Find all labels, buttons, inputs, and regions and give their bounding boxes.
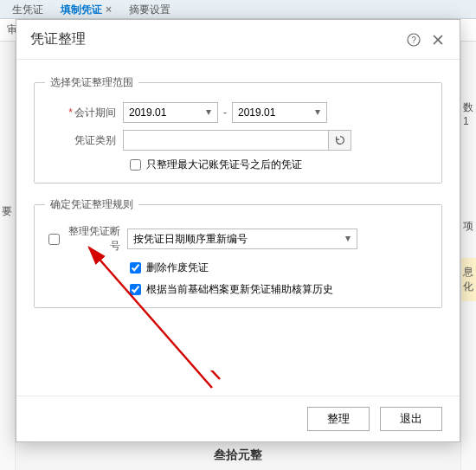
help-icon[interactable]: ? <box>406 32 421 48</box>
period-from-select[interactable]: 2019.01 <box>123 102 218 123</box>
update-aux-label: 根据当前基础档案更新凭证辅助核算历史 <box>146 282 333 297</box>
delete-void-label: 删除作废凭证 <box>146 261 209 275</box>
svg-text:?: ? <box>411 35 416 45</box>
organize-break-checkbox[interactable] <box>48 234 60 245</box>
background-total: 叁拾元整 <box>0 447 476 463</box>
organize-button[interactable]: 整理 <box>307 407 370 431</box>
period-dash: - <box>223 106 227 119</box>
renumber-rule-select[interactable]: 按凭证日期顺序重新编号 <box>127 229 357 249</box>
background-left: 要 <box>0 42 16 470</box>
period-label: *会计期间 <box>45 106 123 120</box>
dialog-body: 选择凭证整理范围 *会计期间 2019.01 - 2019.01 凭证类别 只整… <box>16 60 460 338</box>
rule-legend: 确定凭证整理规则 <box>45 197 138 212</box>
type-label: 凭证类别 <box>45 133 123 148</box>
break-label: 整理凭证断号 <box>67 224 127 254</box>
only-after-max-checkbox[interactable] <box>130 159 141 171</box>
update-aux-checkbox[interactable] <box>130 284 141 295</box>
tab-summary[interactable]: 摘要设置 <box>120 0 179 18</box>
background-tabs: 生凭证 填制凭证× 摘要设置 <box>0 0 476 19</box>
rule-group: 确定凭证整理规则 整理凭证断号 按凭证日期顺序重新编号 删除作废凭证 根据当前基… <box>34 197 442 308</box>
tab-fill[interactable]: 填制凭证× <box>52 0 120 18</box>
background-right: 数 1 项 息化 <box>460 42 476 470</box>
period-to-select[interactable]: 2019.01 <box>232 102 327 123</box>
exit-button[interactable]: 退出 <box>380 407 442 431</box>
delete-void-checkbox[interactable] <box>130 262 141 274</box>
dialog-footer: 整理 退出 <box>16 396 460 441</box>
dialog-header: 凭证整理 ? <box>16 20 460 60</box>
dialog-title: 凭证整理 <box>30 30 397 48</box>
scope-group: 选择凭证整理范围 *会计期间 2019.01 - 2019.01 凭证类别 只整… <box>34 75 442 183</box>
voucher-type-input[interactable] <box>123 130 329 151</box>
close-icon[interactable] <box>430 32 446 48</box>
refresh-button[interactable] <box>329 130 351 151</box>
close-icon[interactable]: × <box>106 3 112 16</box>
scope-legend: 选择凭证整理范围 <box>45 75 138 90</box>
voucher-organize-dialog: 凭证整理 ? 选择凭证整理范围 *会计期间 2019.01 - 2019.01 … <box>16 19 460 442</box>
tab-generate[interactable]: 生凭证 <box>3 0 52 18</box>
only-after-max-label: 只整理最大记账凭证号之后的凭证 <box>146 158 302 172</box>
